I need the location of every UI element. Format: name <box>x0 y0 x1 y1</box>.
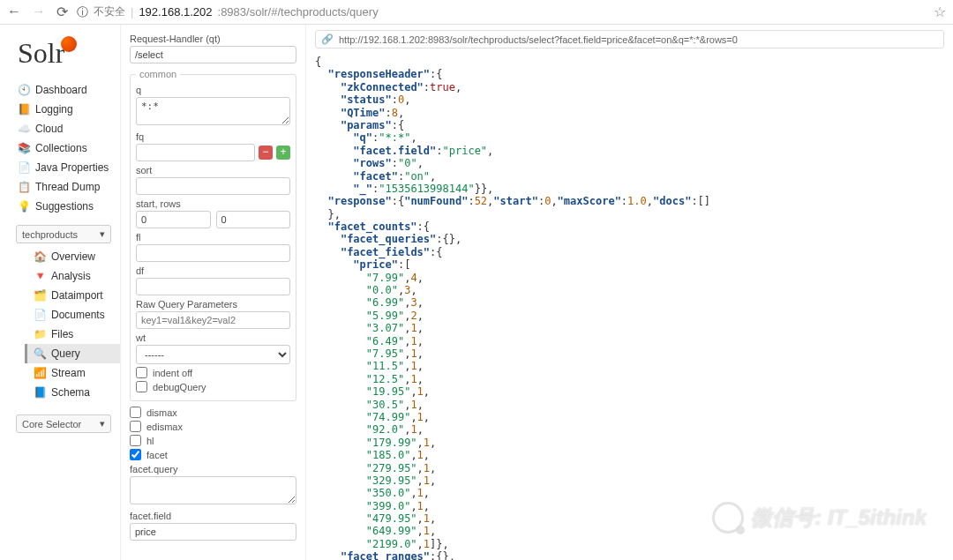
qt-input[interactable] <box>130 46 296 63</box>
nav-collections[interactable]: 📚Collections <box>0 138 120 158</box>
cloud-icon: ☁️ <box>18 123 30 135</box>
rows-input[interactable] <box>216 211 291 228</box>
facet-query-label: facet.query <box>130 464 296 474</box>
core-select[interactable]: techproducts ▾ <box>16 225 111 243</box>
info-icon: ⓘ <box>77 4 88 20</box>
facet-checkbox[interactable] <box>130 449 141 460</box>
sidebar: Solr 🕙Dashboard 📙Logging ☁️Cloud 📚Collec… <box>0 25 121 560</box>
browser-bar: ← → ⟳ ⓘ 不安全 | 192.168.1.202:8983/solr/#/… <box>0 0 953 25</box>
collections-icon: 📚 <box>18 142 30 154</box>
edismax-checkbox[interactable] <box>130 421 141 432</box>
logo: Solr <box>0 32 120 80</box>
nav-java-properties[interactable]: 📄Java Properties <box>0 158 120 177</box>
chevron-down-icon: ▾ <box>100 228 105 240</box>
facet-query-input[interactable] <box>130 476 296 504</box>
url-host: 192.168.1.202 <box>139 5 212 19</box>
common-legend: common <box>136 69 180 79</box>
q-input[interactable]: *:* <box>136 97 290 125</box>
fl-input[interactable] <box>136 244 290 262</box>
fq-input[interactable] <box>136 144 255 161</box>
subnav-query[interactable]: 🔍Query <box>25 344 120 363</box>
solr-logo-icon <box>61 36 77 52</box>
subnav-documents[interactable]: 📄Documents <box>25 305 120 325</box>
json-output: { "responseHeader":{ "zkConnected":true,… <box>315 56 944 560</box>
facet-field-input[interactable] <box>130 523 296 541</box>
fl-label: fl <box>136 232 290 243</box>
nav-cloud[interactable]: ☁️Cloud <box>0 119 120 138</box>
chevron-down-icon: ▾ <box>100 418 105 429</box>
nav-dashboard[interactable]: 🕙Dashboard <box>0 80 120 100</box>
query-form: Request-Handler (qt) common q *:* fq − +… <box>121 25 306 560</box>
import-icon: 🗂️ <box>34 289 46 302</box>
sort-input[interactable] <box>136 177 290 195</box>
stream-icon: 📶 <box>34 367 46 379</box>
url-bar[interactable]: ⓘ 不安全 | 192.168.1.202:8983/solr/#/techpr… <box>77 4 925 20</box>
result-url[interactable]: 🔗 http://192.168.1.202:8983/solr/techpro… <box>315 30 944 49</box>
folder-icon: 📁 <box>34 328 46 340</box>
forward-icon[interactable]: → <box>32 4 46 20</box>
nav-suggestions[interactable]: 💡Suggestions <box>0 197 120 216</box>
search-icon: 🔍 <box>34 347 46 360</box>
start-rows-label: start, rows <box>136 198 290 209</box>
add-fq-button[interactable]: + <box>276 146 290 160</box>
subnav-files[interactable]: 📁Files <box>25 325 120 344</box>
wt-label: wt <box>136 332 290 343</box>
star-icon[interactable]: ☆ <box>934 4 946 20</box>
dashboard-icon: 🕙 <box>18 84 30 96</box>
funnel-icon: 🔻 <box>34 270 46 282</box>
nav-logging[interactable]: 📙Logging <box>0 100 120 119</box>
url-path: :8983/solr/#/techproducts/query <box>218 5 379 19</box>
bulb-icon: 💡 <box>18 200 30 213</box>
qt-label: Request-Handler (qt) <box>130 34 296 44</box>
back-icon[interactable]: ← <box>7 4 21 20</box>
schema-icon: 📘 <box>34 386 46 399</box>
q-label: q <box>136 85 290 95</box>
raw-label: Raw Query Parameters <box>136 299 290 310</box>
insecure-label: 不安全 <box>94 4 125 19</box>
nav-thread-dump[interactable]: 📋Thread Dump <box>0 177 120 197</box>
facet-field-label: facet.field <box>130 511 296 521</box>
fq-label: fq <box>136 131 290 142</box>
reload-icon[interactable]: ⟳ <box>56 4 68 20</box>
result-panel: 🔗 http://192.168.1.202:8983/solr/techpro… <box>306 25 953 560</box>
sort-label: sort <box>136 165 290 175</box>
logging-icon: 📙 <box>18 103 30 116</box>
subnav-overview[interactable]: 🏠Overview <box>25 247 120 266</box>
df-label: df <box>136 265 290 276</box>
subnav-stream[interactable]: 📶Stream <box>25 363 120 383</box>
wt-select[interactable]: ------ <box>136 345 290 364</box>
start-input[interactable] <box>136 211 211 228</box>
df-input[interactable] <box>136 278 290 295</box>
debug-query-checkbox[interactable] <box>136 381 147 392</box>
raw-input[interactable] <box>136 311 290 329</box>
home-icon: 🏠 <box>34 250 46 263</box>
java-icon: 📄 <box>18 161 30 174</box>
indent-off-checkbox[interactable] <box>136 367 147 378</box>
hl-checkbox[interactable] <box>130 435 141 446</box>
subnav-dataimport[interactable]: 🗂️Dataimport <box>25 286 120 305</box>
remove-fq-button[interactable]: − <box>259 146 273 160</box>
core-selector[interactable]: Core Selector ▾ <box>16 414 111 433</box>
thread-icon: 📋 <box>18 181 30 193</box>
subnav-analysis[interactable]: 🔻Analysis <box>25 266 120 286</box>
subnav-schema[interactable]: 📘Schema <box>25 383 120 402</box>
doc-icon: 📄 <box>34 309 46 321</box>
dismax-checkbox[interactable] <box>130 407 141 418</box>
link-icon: 🔗 <box>321 34 334 45</box>
